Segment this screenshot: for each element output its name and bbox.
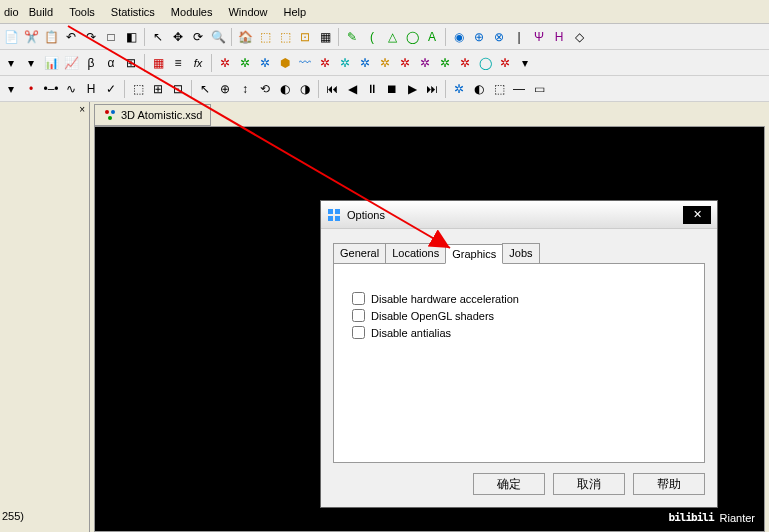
tool-icon[interactable]: ◉ xyxy=(450,28,468,46)
tool-icon[interactable]: 📈 xyxy=(62,54,80,72)
tool-icon[interactable]: ✲ xyxy=(450,80,468,98)
tool-icon[interactable]: ▾ xyxy=(516,54,534,72)
tool-icon[interactable]: ✲ xyxy=(456,54,474,72)
tool-icon[interactable]: ⊕ xyxy=(470,28,488,46)
menu-help[interactable]: Help xyxy=(276,2,315,22)
help-button[interactable]: 帮助 xyxy=(633,473,705,495)
tool-icon[interactable]: ✲ xyxy=(436,54,454,72)
menu-tools[interactable]: Tools xyxy=(61,2,103,22)
tool-icon[interactable]: ✲ xyxy=(356,54,374,72)
tool-icon[interactable]: ✲ xyxy=(236,54,254,72)
tool-icon[interactable]: •–• xyxy=(42,80,60,98)
tool-icon[interactable]: ▦ xyxy=(316,28,334,46)
tool-icon[interactable]: ▾ xyxy=(2,80,20,98)
tool-icon[interactable]: ≡ xyxy=(169,54,187,72)
tool-icon[interactable]: • xyxy=(22,80,40,98)
cancel-button[interactable]: 取消 xyxy=(553,473,625,495)
tool-icon[interactable]: ◯ xyxy=(403,28,421,46)
tool-icon[interactable]: ⬢ xyxy=(276,54,294,72)
tool-icon[interactable]: ⬚ xyxy=(490,80,508,98)
tool-icon[interactable]: ◯ xyxy=(476,54,494,72)
tool-icon[interactable]: ▶ xyxy=(403,80,421,98)
tool-icon[interactable]: ⟳ xyxy=(189,28,207,46)
tool-icon[interactable]: 🏠 xyxy=(236,28,254,46)
checkbox-disable-hw-accel[interactable] xyxy=(352,292,365,305)
tool-icon[interactable]: ⊞ xyxy=(122,54,140,72)
tool-icon[interactable]: α xyxy=(102,54,120,72)
tool-icon[interactable]: | xyxy=(510,28,528,46)
tool-icon[interactable]: ▾ xyxy=(22,54,40,72)
tool-icon[interactable]: ⊗ xyxy=(490,28,508,46)
tool-icon[interactable]: ▭ xyxy=(530,80,548,98)
tool-icon[interactable]: ⏹ xyxy=(383,80,401,98)
document-tab[interactable]: 3D Atomistic.xsd xyxy=(94,104,211,126)
menu-statistics[interactable]: Statistics xyxy=(103,2,163,22)
tool-icon[interactable]: ⊡ xyxy=(169,80,187,98)
dialog-button-row: 确定 取消 帮助 xyxy=(321,463,717,507)
tool-icon[interactable]: ✎ xyxy=(343,28,361,46)
tool-icon[interactable]: 📄 xyxy=(2,28,20,46)
tool-icon[interactable]: ( xyxy=(363,28,381,46)
tool-icon[interactable]: ✲ xyxy=(376,54,394,72)
menu-modules[interactable]: Modules xyxy=(163,2,221,22)
sidebar-close-icon[interactable]: × xyxy=(75,102,89,117)
tool-icon[interactable]: 〰 xyxy=(296,54,314,72)
tool-icon[interactable]: A xyxy=(423,28,441,46)
tool-icon[interactable]: ◀ xyxy=(343,80,361,98)
tool-icon[interactable]: ✥ xyxy=(169,28,187,46)
tool-icon[interactable]: ⬚ xyxy=(276,28,294,46)
tool-icon[interactable]: ◧ xyxy=(122,28,140,46)
tool-icon[interactable]: ↖ xyxy=(196,80,214,98)
tool-icon[interactable]: ↖ xyxy=(149,28,167,46)
tool-icon[interactable]: ✂️ xyxy=(22,28,40,46)
tool-icon[interactable]: 🔍 xyxy=(209,28,227,46)
tool-icon[interactable]: ✲ xyxy=(336,54,354,72)
dialog-close-button[interactable]: ✕ xyxy=(683,206,711,224)
tool-icon[interactable]: 📋 xyxy=(42,28,60,46)
tool-icon[interactable]: ◐ xyxy=(276,80,294,98)
tool-icon[interactable]: ∿ xyxy=(62,80,80,98)
tool-icon[interactable]: ◇ xyxy=(570,28,588,46)
tool-icon[interactable]: Ψ xyxy=(530,28,548,46)
tool-icon[interactable]: H xyxy=(82,80,100,98)
tool-icon[interactable]: β xyxy=(82,54,100,72)
tab-locations[interactable]: Locations xyxy=(385,243,446,263)
tool-icon[interactable]: ✲ xyxy=(256,54,274,72)
tool-icon[interactable]: ✲ xyxy=(316,54,334,72)
tool-icon[interactable]: ↕ xyxy=(236,80,254,98)
tool-icon[interactable]: ✲ xyxy=(216,54,234,72)
tool-icon[interactable]: ↷ xyxy=(82,28,100,46)
tool-icon[interactable]: 📊 xyxy=(42,54,60,72)
tool-icon[interactable]: ↶ xyxy=(62,28,80,46)
tool-icon[interactable]: ✲ xyxy=(496,54,514,72)
tool-icon[interactable]: ◑ xyxy=(296,80,314,98)
tool-icon[interactable]: ⬚ xyxy=(129,80,147,98)
tool-icon[interactable]: ◐ xyxy=(470,80,488,98)
tab-jobs[interactable]: Jobs xyxy=(502,243,539,263)
tool-icon[interactable]: — xyxy=(510,80,528,98)
tool-icon[interactable]: ▦ xyxy=(149,54,167,72)
tool-icon[interactable]: ⏸ xyxy=(363,80,381,98)
tool-icon[interactable]: ⬚ xyxy=(256,28,274,46)
checkbox-disable-opengl-shaders[interactable] xyxy=(352,309,365,322)
tool-icon[interactable]: ⏭ xyxy=(423,80,441,98)
menu-window[interactable]: Window xyxy=(220,2,275,22)
tab-general[interactable]: General xyxy=(333,243,386,263)
tool-icon[interactable]: ⏮ xyxy=(323,80,341,98)
tool-icon[interactable]: ⊡ xyxy=(296,28,314,46)
tool-icon[interactable]: ⊞ xyxy=(149,80,167,98)
tool-icon[interactable]: □ xyxy=(102,28,120,46)
tool-icon[interactable]: ✲ xyxy=(416,54,434,72)
checkbox-disable-antialias[interactable] xyxy=(352,326,365,339)
tab-graphics[interactable]: Graphics xyxy=(445,244,503,264)
ok-button[interactable]: 确定 xyxy=(473,473,545,495)
menu-build[interactable]: Build xyxy=(21,2,61,22)
tool-icon[interactable]: H xyxy=(550,28,568,46)
tool-icon[interactable]: fx xyxy=(189,54,207,72)
tool-icon[interactable]: △ xyxy=(383,28,401,46)
tool-icon[interactable]: ⟲ xyxy=(256,80,274,98)
tool-icon[interactable]: ✓ xyxy=(102,80,120,98)
tool-icon[interactable]: ⊕ xyxy=(216,80,234,98)
tool-icon[interactable]: ✲ xyxy=(396,54,414,72)
tool-icon[interactable]: ▾ xyxy=(2,54,20,72)
